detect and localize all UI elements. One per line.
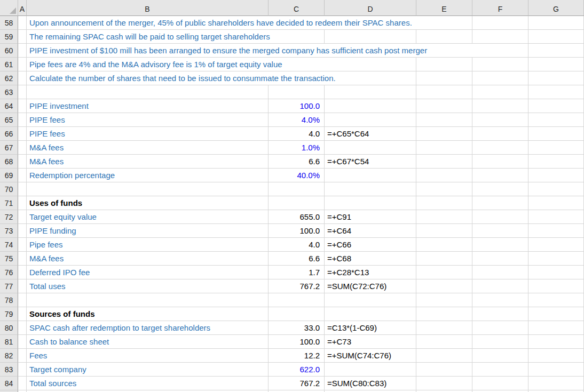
cell-G59[interactable] [528,30,584,44]
column-header-D[interactable]: D [325,0,416,16]
row-header-77[interactable]: 77 [0,279,18,293]
cell-F77[interactable] [472,279,528,293]
cell-E82[interactable] [416,349,472,363]
cell-F64[interactable] [472,99,528,113]
cell-E69[interactable] [416,169,472,182]
cell-C71[interactable] [269,196,325,210]
cell-G83[interactable] [528,363,584,377]
cell-E76[interactable] [416,266,472,279]
cell-D76[interactable]: =+C28*C13 [325,266,416,279]
cell-F65[interactable] [472,113,528,127]
column-header-F[interactable]: F [472,0,528,16]
cell-B71[interactable]: Uses of funds [27,196,269,210]
cell-G75[interactable] [528,252,584,266]
row-header-62[interactable]: 62 [0,71,18,85]
row-header-64[interactable]: 64 [0,99,18,113]
cell-B78[interactable] [27,293,269,307]
row-header-76[interactable]: 76 [0,266,18,279]
cell-F84[interactable] [472,377,528,390]
cell-B65[interactable]: PIPE fees [27,113,269,127]
cell-C63[interactable] [269,85,325,99]
cell-B83[interactable]: Target company [27,363,269,377]
column-header-B[interactable]: B [27,0,269,16]
cell-C83[interactable]: 622.0 [269,363,325,377]
row-header-84[interactable]: 84 [0,377,18,390]
cell-E73[interactable] [416,224,472,238]
cell-G69[interactable] [528,169,584,182]
cell-D69[interactable] [325,169,416,182]
column-header-A[interactable]: A [18,0,27,16]
cell-A82[interactable] [18,349,27,363]
cell-B60[interactable]: PIPE investment of $100 mill has been ar… [27,44,528,58]
cell-D75[interactable]: =+C68 [325,252,416,266]
cell-C69[interactable]: 40.0% [269,169,325,182]
cell-B61[interactable]: Pipe fees are 4% and the M&A advisory fe… [27,58,416,71]
cell-E68[interactable] [416,155,472,169]
cell-F61[interactable] [472,58,528,71]
cell-D63[interactable] [325,85,416,99]
cell-E83[interactable] [416,363,472,377]
cell-A68[interactable] [18,155,27,169]
cell-G64[interactable] [528,99,584,113]
row-header-81[interactable]: 81 [0,335,18,349]
cell-E71[interactable] [416,196,472,210]
cell-C75[interactable]: 6.6 [269,252,325,266]
cell-G63[interactable] [528,85,584,99]
cell-D66[interactable]: =+C65*C64 [325,127,416,141]
cell-G72[interactable] [528,210,584,224]
cell-E63[interactable] [416,85,472,99]
cell-F74[interactable] [472,238,528,252]
cell-A75[interactable] [18,252,27,266]
cell-E65[interactable] [416,113,472,127]
cell-A83[interactable] [18,363,27,377]
cell-E72[interactable] [416,210,472,224]
cell-B84[interactable]: Total sources [27,377,269,390]
cell-C76[interactable]: 1.7 [269,266,325,279]
cell-A71[interactable] [18,196,27,210]
cell-A72[interactable] [18,210,27,224]
cell-B74[interactable]: Pipe fees [27,238,269,252]
cell-G76[interactable] [528,266,584,279]
cell-B69[interactable]: Redemption percentage [27,169,269,182]
cell-E75[interactable] [416,252,472,266]
cell-B59[interactable]: The remaining SPAC cash will be paid to … [27,30,325,44]
cell-A79[interactable] [18,307,27,321]
cell-A62[interactable] [18,71,27,85]
cell-C78[interactable] [269,293,325,307]
cell-F83[interactable] [472,363,528,377]
cell-C82[interactable]: 12.2 [269,349,325,363]
row-header-69[interactable]: 69 [0,169,18,182]
cell-G58[interactable] [528,16,584,30]
cell-F78[interactable] [472,293,528,307]
cell-D72[interactable]: =+C91 [325,210,416,224]
cell-F66[interactable] [472,127,528,141]
cell-D68[interactable]: =+C67*C54 [325,155,416,169]
row-header-68[interactable]: 68 [0,155,18,169]
cell-E79[interactable] [416,307,472,321]
cell-C67[interactable]: 1.0% [269,141,325,155]
column-header-C[interactable]: C [269,0,325,16]
cell-C77[interactable]: 767.2 [269,279,325,293]
cell-G82[interactable] [528,349,584,363]
cell-A73[interactable] [18,224,27,238]
cell-D70[interactable] [325,182,416,196]
cell-D64[interactable] [325,99,416,113]
cell-A61[interactable] [18,58,27,71]
cell-A74[interactable] [18,238,27,252]
cell-D71[interactable] [325,196,416,210]
cell-D74[interactable]: =+C66 [325,238,416,252]
cell-G79[interactable] [528,307,584,321]
cell-E77[interactable] [416,279,472,293]
cell-C80[interactable]: 33.0 [269,321,325,335]
cell-D81[interactable]: =+C73 [325,335,416,349]
cell-A67[interactable] [18,141,27,155]
cell-B58[interactable]: Upon announcement of the merger, 45% of … [27,16,472,30]
column-header-G[interactable]: G [528,0,584,16]
cell-A58[interactable] [18,16,27,30]
cell-B72[interactable]: Target equity value [27,210,269,224]
cell-B76[interactable]: Deferred IPO fee [27,266,269,279]
cell-B68[interactable]: M&A fees [27,155,269,169]
cell-F67[interactable] [472,141,528,155]
cell-E62[interactable] [416,71,472,85]
cell-B70[interactable] [27,182,269,196]
